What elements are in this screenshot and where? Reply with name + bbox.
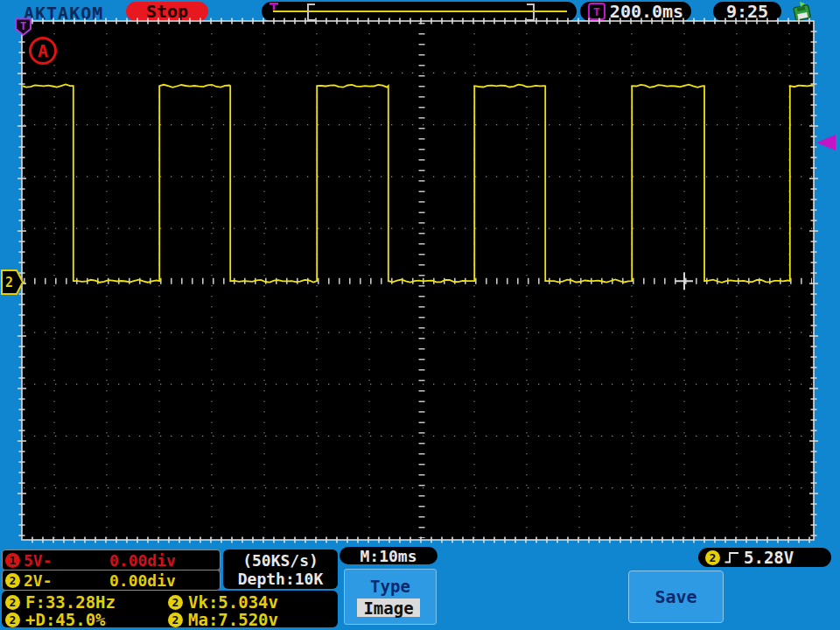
channel2-info: 2 2V- 0.00div bbox=[2, 570, 220, 591]
save-button[interactable]: Save bbox=[628, 570, 724, 623]
memory-depth: Depth:10K bbox=[238, 570, 324, 588]
trigger-flag-icon: T bbox=[14, 18, 33, 37]
channel2-offset: 0.00div bbox=[109, 571, 176, 590]
menu-item-type[interactable]: Type bbox=[345, 577, 436, 596]
menu-selected-image[interactable]: Image bbox=[357, 598, 420, 617]
meas-frequency: F:33.28Hz bbox=[25, 592, 116, 612]
trigger-level-readout: 2 5.28V bbox=[698, 548, 831, 567]
channel1-badge: 1 bbox=[5, 553, 20, 568]
svg-text:T: T bbox=[20, 20, 26, 32]
oscilloscope-screen: AKTAKOM Stop T 200.0ms 9:25 T A 2 bbox=[0, 0, 840, 630]
meas-ch-badge: 2 bbox=[168, 612, 183, 627]
sampling-info: (50KS/s) Depth:10K bbox=[223, 550, 338, 589]
channel2-badge: 2 bbox=[5, 573, 20, 588]
channel1-offset: 0.00div bbox=[109, 551, 176, 570]
trigger-channel-badge: 2 bbox=[705, 550, 720, 565]
meas-ch-badge: 2 bbox=[5, 612, 20, 627]
save-menu[interactable]: Type Image bbox=[344, 569, 437, 625]
meas-ch-badge: 2 bbox=[5, 595, 20, 610]
channel1-info: 1 5V- 0.00div bbox=[2, 550, 220, 570]
svg-text:2: 2 bbox=[5, 275, 13, 290]
trigger-level-value: 5.28V bbox=[744, 548, 794, 567]
sample-rate: (50KS/s) bbox=[242, 551, 318, 570]
waveform-plot bbox=[0, 0, 840, 630]
meas-ch-badge: 2 bbox=[168, 595, 183, 610]
channel2-level-marker[interactable]: 2 bbox=[1, 270, 24, 295]
channel2-scale: 2V- bbox=[24, 571, 52, 590]
meas-ma: Ma:7.520v bbox=[188, 610, 278, 629]
auto-mode-indicator: A bbox=[29, 37, 57, 65]
channel1-scale: 5V- bbox=[24, 551, 52, 570]
meas-vk: Vk:5.034v bbox=[188, 592, 278, 612]
meas-duty: +D:45.0% bbox=[25, 610, 106, 629]
rising-edge-icon bbox=[724, 550, 740, 564]
trigger-level-arrow-icon[interactable] bbox=[816, 135, 836, 150]
measurements-panel: 2 F:33.28Hz 2 +D:45.0% 2 Vk:5.034v 2 Ma:… bbox=[2, 591, 338, 627]
timebase-readout: M:10ms bbox=[340, 547, 438, 564]
